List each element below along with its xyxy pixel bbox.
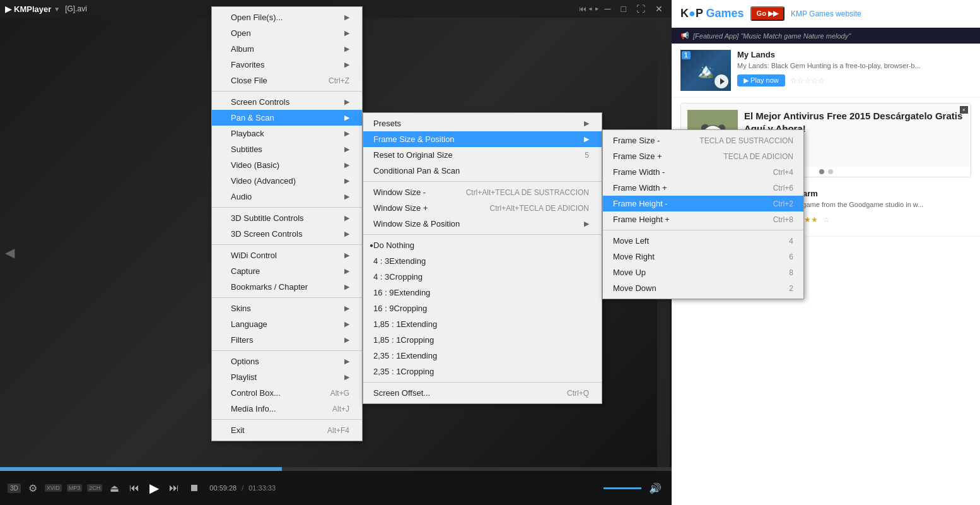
fullscreen-icon[interactable]: ⛶ — [633, 3, 649, 15]
video-advanced-arrow: ▶ — [344, 177, 349, 185]
menu-item-3d-screen[interactable]: 3D Screen Controls ▶ — [212, 226, 362, 242]
go-button[interactable]: Go ▶▶ — [750, 6, 785, 21]
kmp-site-link[interactable]: KMP Games website — [791, 9, 861, 18]
menu-item-frame-size-minus[interactable]: Frame Size - TECLA DE SUSTRACCION — [603, 133, 803, 148]
minimize-icon[interactable]: ─ — [601, 3, 615, 15]
progress-bar[interactable] — [0, 467, 672, 471]
menu-item-185-1-extending[interactable]: 1,85 : 1Extending — [363, 316, 602, 332]
menu-item-16-9-cropping[interactable]: 16 : 9Cropping — [363, 300, 602, 316]
menu-item-screen-offset[interactable]: Screen Offset... Ctrl+Q — [363, 385, 602, 401]
menu-item-language[interactable]: Language ▶ — [212, 316, 362, 332]
menu-item-window-size-minus[interactable]: Window Size - Ctrl+Alt+TECLA DE SUSTRACC… — [363, 184, 602, 200]
dot-2[interactable] — [828, 169, 833, 174]
separator-4 — [212, 297, 362, 298]
menu-item-4-3-extending[interactable]: 4 : 3Extending — [363, 253, 602, 269]
video-basic-label: Video (Basic) — [231, 160, 279, 170]
menu-item-4-3-cropping[interactable]: 4 : 3Cropping — [363, 269, 602, 285]
restore-icon[interactable]: □ — [617, 3, 630, 15]
presets-label: Presets — [373, 119, 401, 128]
kmp-logo: K●P Games — [680, 7, 744, 20]
prev-btn[interactable]: ⏮ — [127, 481, 142, 495]
settings-btn[interactable]: ⚙ — [26, 481, 40, 496]
menu-item-conditional-pan[interactable]: Conditional Pan & Scan — [363, 163, 602, 179]
progress-fill — [0, 467, 282, 471]
menu-item-reset-size[interactable]: Reset to Original Size 5 — [363, 147, 602, 163]
capture-label: Capture — [231, 266, 260, 276]
menu-item-options[interactable]: Options ▶ — [212, 354, 362, 369]
volume-icon[interactable]: 🔊 — [646, 481, 664, 496]
playback-arrow: ▶ — [344, 129, 349, 138]
frame-size-submenu: Frame Size - TECLA DE SUSTRACCION Frame … — [602, 129, 804, 299]
main-context-menu: Open File(s)... ▶ Open ▶ Album ▶ Favorit… — [211, 6, 363, 441]
dot-1[interactable] — [819, 169, 824, 174]
screen-controls-label: Screen Controls — [231, 97, 289, 107]
window-size-plus-shortcut: Ctrl+Alt+TECLA DE ADICION — [490, 204, 589, 213]
menu-item-3d-subtitle[interactable]: 3D Subtitle Controls ▶ — [212, 210, 362, 226]
close-icon[interactable]: ✕ — [651, 3, 667, 15]
4-3-extending-label: 4 : 3Extending — [373, 256, 426, 266]
frame-width-minus-label: Frame Width - — [613, 167, 665, 177]
menu-item-frame-size-pos[interactable]: Frame Size & Position ▶ — [363, 131, 602, 147]
menu-item-audio[interactable]: Audio ▶ — [212, 189, 362, 205]
16-9-extending-label: 16 : 9Extending — [373, 288, 430, 297]
menu-item-media-info[interactable]: Media Info... Alt+J — [212, 401, 362, 417]
menu-item-frame-height-minus[interactable]: Frame Height - Ctrl+2 — [603, 196, 803, 211]
menu-item-frame-width-plus[interactable]: Frame Width + Ctrl+6 — [603, 180, 803, 196]
menu-item-frame-width-minus[interactable]: Frame Width - Ctrl+4 — [603, 164, 803, 180]
exit-label: Exit — [231, 425, 245, 435]
next-btn[interactable]: ⏭ — [166, 481, 182, 495]
menu-item-185-1-cropping[interactable]: 1,85 : 1Cropping — [363, 332, 602, 348]
menu-item-move-up[interactable]: Move Up 8 — [603, 264, 803, 280]
filters-arrow: ▶ — [344, 336, 349, 344]
menu-item-presets[interactable]: Presets ▶ — [363, 116, 602, 131]
play-btn[interactable]: ▶ — [147, 479, 161, 497]
menu-item-video-advanced[interactable]: Video (Advanced) ▶ — [212, 173, 362, 189]
menu-item-move-down[interactable]: Move Down 2 — [603, 280, 803, 296]
volume-slider[interactable] — [604, 487, 641, 489]
eject-btn[interactable]: ⏏ — [107, 481, 122, 496]
favorites-label: Favorites — [231, 60, 264, 69]
skins-arrow: ▶ — [344, 304, 349, 312]
menu-item-album[interactable]: Album ▶ — [212, 41, 362, 57]
menu-item-control-box[interactable]: Control Box... Alt+G — [212, 385, 362, 401]
pan-separator-3 — [363, 382, 602, 383]
menu-item-close-file[interactable]: Close File Ctrl+Z — [212, 73, 362, 88]
menu-item-move-left[interactable]: Move Left 4 — [603, 233, 803, 249]
menu-item-window-size-plus[interactable]: Window Size + Ctrl+Alt+TECLA DE ADICION — [363, 200, 602, 216]
menu-item-pan-scan[interactable]: Pan & Scan ▶ — [212, 110, 362, 126]
menu-item-capture[interactable]: Capture ▶ — [212, 263, 362, 279]
frame-height-minus-shortcut: Ctrl+2 — [773, 199, 793, 208]
menu-item-open[interactable]: Open ▶ — [212, 25, 362, 41]
menu-item-16-9-extending[interactable]: 16 : 9Extending — [363, 285, 602, 300]
menu-item-subtitles[interactable]: Subtitles ▶ — [212, 141, 362, 157]
menu-item-filters[interactable]: Filters ▶ — [212, 332, 362, 348]
menu-item-move-right[interactable]: Move Right 6 — [603, 249, 803, 264]
menu-item-bookmarks[interactable]: Bookmarks / Chapter ▶ — [212, 279, 362, 295]
menu-item-frame-height-plus[interactable]: Frame Height + Ctrl+8 — [603, 211, 803, 227]
close-file-label: Close File — [231, 76, 267, 85]
menu-item-favorites[interactable]: Favorites ▶ — [212, 57, 362, 73]
menu-item-open-files[interactable]: Open File(s)... ▶ — [212, 9, 362, 25]
bookmarks-label: Bookmarks / Chapter — [231, 282, 308, 292]
prev-arrow[interactable]: ◀ — [5, 245, 15, 260]
play-btn-my-lands[interactable]: ▶ Play now — [737, 74, 785, 86]
menu-item-skins[interactable]: Skins ▶ — [212, 300, 362, 316]
menu-item-video-basic[interactable]: Video (Basic) ▶ — [212, 157, 362, 173]
play-circle-1 — [715, 74, 728, 88]
menu-item-screen-controls[interactable]: Screen Controls ▶ — [212, 94, 362, 110]
game-info-my-lands: My Lands My Lands: Black Gem Hunting is … — [737, 50, 971, 86]
stars-my-lands: ☆☆☆☆☆ — [790, 76, 825, 85]
menu-item-do-nothing[interactable]: ● Do Nothing — [363, 237, 602, 253]
menu-item-frame-size-plus[interactable]: Frame Size + TECLA DE ADICION — [603, 148, 803, 164]
frame-size-pos-arrow: ▶ — [584, 135, 589, 143]
menu-item-playback[interactable]: Playback ▶ — [212, 126, 362, 141]
menu-item-235-1-cropping[interactable]: 2,35 : 1Cropping — [363, 364, 602, 379]
menu-item-235-1-extending[interactable]: 2,35 : 1Extending — [363, 348, 602, 364]
menu-item-window-size-pos[interactable]: Window Size & Position ▶ — [363, 216, 602, 232]
stop-btn[interactable]: ⏹ — [187, 481, 202, 495]
menu-item-widi[interactable]: WiDi Control ▶ — [212, 247, 362, 263]
badge-2ch: 2CH — [87, 484, 102, 492]
menu-item-playlist[interactable]: Playlist ▶ — [212, 369, 362, 385]
menu-item-exit[interactable]: Exit Alt+F4 — [212, 422, 362, 438]
screen-offset-label: Screen Offset... — [373, 388, 430, 398]
